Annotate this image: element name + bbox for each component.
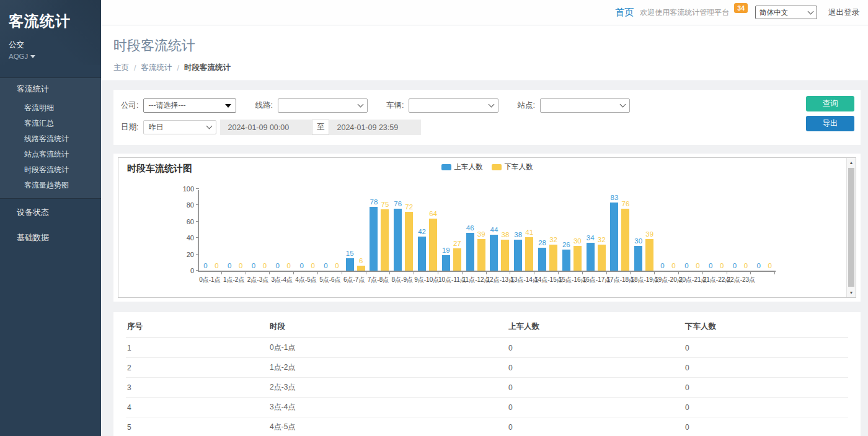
- bar-value-label: 0: [696, 262, 699, 269]
- x-axis-tick-mark: [294, 272, 318, 274]
- sidebar-subitem[interactable]: 线路客流统计: [0, 131, 101, 147]
- scroll-up-icon[interactable]: ▲: [847, 158, 856, 167]
- breadcrumb-passenger-stats[interactable]: 客流统计: [141, 63, 172, 73]
- chart-bar-group: 00: [680, 190, 704, 271]
- chart-bar[interactable]: [429, 219, 437, 271]
- x-axis-tick-label: 18点-19点: [631, 276, 655, 284]
- chart-bar[interactable]: [453, 248, 461, 271]
- table-row[interactable]: 10点-1点00: [126, 338, 848, 358]
- table-cell: 3点-4点: [268, 398, 507, 417]
- x-axis-tick-label: 11点-12点: [463, 276, 487, 284]
- chart-bar-column: 0: [226, 190, 234, 271]
- table-row[interactable]: 43点-4点00: [126, 398, 848, 417]
- chart-bar[interactable]: [418, 237, 426, 271]
- chart-bar[interactable]: [501, 240, 509, 271]
- vehicle-select[interactable]: [409, 98, 498, 113]
- chart-bar[interactable]: [442, 255, 450, 271]
- sidebar-item-passenger-stats[interactable]: 客流统计: [0, 78, 101, 100]
- y-axis-tick-label: 0: [178, 267, 194, 274]
- chart-bar[interactable]: [405, 212, 413, 271]
- bar-value-label: 0: [239, 262, 242, 269]
- chart-scrollbar[interactable]: ▲ ▼: [846, 158, 856, 297]
- date-preset-select[interactable]: 昨日: [143, 120, 216, 134]
- table-row[interactable]: 54点-5点00: [126, 417, 848, 436]
- chart-bar[interactable]: [538, 248, 546, 271]
- chart-bar-column: 0: [213, 190, 221, 271]
- station-select[interactable]: [540, 98, 630, 113]
- chart-bar[interactable]: [477, 239, 485, 271]
- chart-bar[interactable]: [598, 245, 606, 271]
- logout-link[interactable]: 退出登录: [828, 7, 859, 18]
- sidebar-subitem[interactable]: 时段客流统计: [0, 162, 101, 178]
- breadcrumb-home[interactable]: 主页: [113, 63, 129, 73]
- chart-bar[interactable]: [587, 243, 595, 271]
- date-to-input[interactable]: 2024-01-09 23:59: [329, 120, 421, 135]
- chart-bar-column: 0: [718, 190, 726, 271]
- sidebar-subitem[interactable]: 客流汇总: [0, 116, 101, 131]
- chart-bar[interactable]: [562, 250, 570, 271]
- x-axis-tick-mark: [390, 272, 414, 274]
- x-axis-tick-mark: [679, 272, 703, 274]
- chart-bar[interactable]: [574, 246, 582, 271]
- sidebar-item[interactable]: 基础数据: [0, 226, 101, 250]
- chart-bar-group: 3039: [632, 190, 656, 271]
- chart-bar-group: 00: [656, 190, 680, 271]
- bar-value-label: 83: [611, 194, 619, 201]
- table-column-header: 下车人数: [684, 316, 848, 338]
- chart-bar-column: 44: [490, 190, 498, 271]
- sidebar-subitem[interactable]: 客流明细: [0, 100, 101, 116]
- x-axis-tick-mark: [366, 272, 391, 274]
- company-select[interactable]: ---请选择---: [143, 98, 236, 113]
- company-filter: 公司: ---请选择---: [121, 98, 236, 113]
- x-axis-tick-mark: [559, 272, 583, 274]
- line-select[interactable]: [278, 98, 368, 113]
- scrollbar-thumb[interactable]: [848, 168, 854, 287]
- chart-bar[interactable]: [490, 235, 498, 271]
- query-button[interactable]: 查询: [806, 96, 854, 111]
- chart-bar-column: 0: [273, 190, 281, 271]
- chart-bar-group: 2630: [560, 190, 584, 271]
- y-axis-tick-label: 60: [178, 218, 194, 225]
- legend-entry[interactable]: 上车人数: [441, 162, 483, 172]
- chart-bar-column: 64: [429, 190, 437, 271]
- chart-bar[interactable]: [621, 209, 629, 271]
- chart-bar-column: 0: [707, 190, 715, 271]
- x-axis-tick-mark: [510, 272, 534, 274]
- breadcrumb-separator: /: [177, 64, 179, 72]
- table-cell: 4: [126, 398, 268, 417]
- chart-bar[interactable]: [370, 207, 378, 271]
- y-axis-tick-mark: [196, 188, 199, 189]
- user-menu[interactable]: AQGJ: [9, 53, 92, 60]
- chart-bar[interactable]: [634, 246, 642, 271]
- chart-bar[interactable]: [549, 245, 557, 271]
- sidebar-subitem[interactable]: 客流量趋势图: [0, 178, 101, 193]
- sidebar-item[interactable]: 设备状态: [0, 201, 101, 224]
- x-axis-tick-label: 10点-11点: [438, 276, 463, 284]
- breadcrumb-separator: /: [134, 64, 136, 72]
- home-link[interactable]: 首页: [615, 7, 634, 19]
- table-cell: 0: [507, 358, 684, 378]
- legend-entry[interactable]: 下车人数: [492, 162, 533, 172]
- export-button[interactable]: 导出: [806, 116, 854, 131]
- chart-bar[interactable]: [525, 237, 533, 271]
- sidebar: 客流统计 公交 AQGJ 客流统计 客流明细客流汇总线路客流统计站点客流统计时段…: [0, 0, 101, 436]
- bar-value-label: 0: [299, 262, 303, 269]
- chart-bar[interactable]: [610, 203, 618, 271]
- language-select[interactable]: 简体中文: [755, 6, 817, 19]
- chart-bar[interactable]: [466, 233, 474, 271]
- chart-bar[interactable]: [357, 266, 365, 271]
- chart-bar[interactable]: [381, 209, 389, 271]
- table-row[interactable]: 32点-3点00: [126, 378, 848, 398]
- sidebar-subitem[interactable]: 站点客流统计: [0, 147, 101, 162]
- chart-bar[interactable]: [645, 239, 653, 271]
- notification-badge[interactable]: 34: [734, 3, 748, 13]
- date-from-input[interactable]: 2024-01-09 00:00: [220, 120, 312, 135]
- chart-bar[interactable]: [394, 209, 402, 271]
- chart-bar-column: 0: [260, 190, 268, 271]
- chart-bar[interactable]: [346, 258, 354, 271]
- chart-bar[interactable]: [514, 240, 522, 271]
- table-row[interactable]: 21点-2点00: [126, 358, 848, 378]
- x-axis-tick-label: 3点-4点: [270, 276, 294, 284]
- bar-value-label: 26: [562, 241, 570, 248]
- scroll-down-icon[interactable]: ▼: [847, 288, 856, 297]
